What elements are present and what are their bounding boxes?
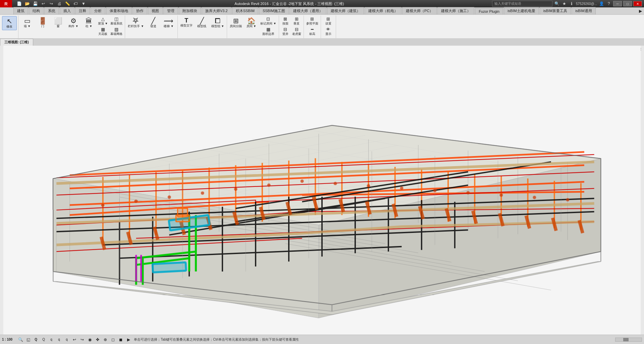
model-group-btn[interactable]: ⧠ 模型组 ▼ — [210, 16, 225, 30]
status-q1-btn[interactable]: Q — [33, 336, 39, 343]
win-maximize[interactable]: □ — [623, 1, 632, 6]
status-frame-btn[interactable]: ◱ — [25, 336, 32, 343]
curtain-grid-btn[interactable]: ▧ 幕墙网格 — [109, 27, 123, 37]
qa-tag[interactable]: 🏷 — [72, 1, 78, 7]
help-icon-btn[interactable]: ? — [606, 1, 612, 7]
status-play-btn[interactable]: ▶ — [125, 336, 132, 343]
status-box-btn[interactable]: ◻ — [110, 336, 116, 343]
railing-btn[interactable]: ⛧ 栏杆扶手 ▼ — [126, 16, 145, 30]
component-btn[interactable]: ⚙ 构件 ▼ — [66, 16, 81, 30]
title-left: 📄 📂 💾 ↩ ↪ 🖨 📏 🏷 ▼ — [2, 1, 87, 7]
ceiling-btn[interactable]: ▦ 天花板 — [97, 27, 109, 37]
tab-fenxi[interactable]: 分析 — [91, 7, 105, 14]
viewport[interactable]: 三维视图: (三维) ─ □ ✕ 上 左 正 N — [0, 38, 644, 335]
tab-jianmo-pc[interactable]: 建模大师（PC） — [402, 7, 437, 14]
status-q2-btn[interactable]: Q — [40, 336, 47, 343]
star-btn[interactable]: ★ — [561, 1, 567, 7]
search-box-inline[interactable]: 输入关键字或短语 — [492, 1, 552, 7]
show-workplane-icon: 👁 — [326, 27, 330, 32]
status-icons: 🔍 ◱ Q Q q q q ↩ ↪ ◉ ✤ ⊕ ◻ ◼ ▶ — [17, 336, 132, 343]
tab-fujia[interactable]: 附加模块 — [179, 7, 201, 14]
modify-tool-btn[interactable]: ↖ 修改 — [2, 16, 17, 30]
ramp-icon: ╱ — [151, 17, 155, 24]
ref-plane-btn[interactable]: ⊞ 参照平面 — [305, 16, 319, 26]
opening-dormer-btn[interactable]: ⊟ 老虎窗 — [291, 27, 302, 37]
tab-ssbim[interactable]: SSBIM施工图 — [259, 7, 289, 14]
status-crosshair-btn[interactable]: ✤ — [94, 336, 101, 343]
tab-jumu[interactable]: 积木SSBIM — [232, 7, 258, 14]
tab-expand[interactable]: ▶ — [637, 8, 644, 14]
win-close[interactable]: ✕ — [633, 1, 642, 6]
level-btn[interactable]: ━ 标高 — [305, 27, 319, 37]
opening-shaft-btn[interactable]: ⊟ 竖井 — [280, 27, 290, 37]
status-q5-btn[interactable]: q — [63, 336, 70, 343]
room-separator-btn[interactable]: ⊞ 房间分隔 — [228, 16, 243, 30]
info-btn[interactable]: ℹ — [569, 1, 575, 7]
model-text-btn[interactable]: T 模型文字 — [179, 16, 194, 29]
tab-jianmo-jidian[interactable]: 建模大师（机电） — [365, 7, 401, 14]
status-plus-btn[interactable]: ⊕ — [102, 336, 109, 343]
wall-btn[interactable]: ▭ 墙 ▼ — [20, 16, 35, 30]
win-minimize[interactable]: ─ — [613, 1, 622, 6]
tab-isbim-tuliang[interactable]: isBIM土建机电量 — [504, 7, 539, 14]
door-btn[interactable]: 🚪 门 — [35, 16, 50, 30]
area-boundary-btn[interactable]: ▦ 面积边界 — [259, 27, 277, 37]
qa-undo[interactable]: ↩ — [40, 1, 46, 7]
status-q4-btn[interactable]: q — [56, 336, 62, 343]
tab-hezuo[interactable]: 协作 — [132, 7, 147, 14]
status-filled-btn[interactable]: ◼ — [117, 336, 124, 343]
tab-isbim-suanliang[interactable]: isBIM算量工具 — [540, 7, 571, 14]
qa-print[interactable]: 🖨 — [56, 1, 62, 7]
ref-plane-icon: ⊞ — [310, 16, 314, 21]
roof-icon: △ — [101, 16, 105, 21]
qa-more[interactable]: ▼ — [80, 1, 87, 7]
show-workplane-btn[interactable]: 👁 显示 — [323, 27, 334, 37]
tab-guanli[interactable]: 管理 — [163, 7, 178, 14]
revit-logo[interactable]: R — [0, 0, 12, 7]
area-boundary-icon: ▦ — [266, 27, 270, 32]
tab-isbim-tongyong[interactable]: isBIM通用 — [572, 7, 596, 14]
set-workplane-btn[interactable]: ⊞ 设置 — [323, 16, 334, 26]
tab-tiliang[interactable]: 体量和场地 — [106, 7, 132, 14]
tag-room-btn[interactable]: ⊡ 标记房间 ▼ — [259, 16, 277, 26]
tab-fuzor[interactable]: Fuzor Plugin — [475, 8, 503, 14]
tab-charu[interactable]: 插入 — [60, 7, 74, 14]
status-undo-status-btn[interactable]: ↩ — [71, 336, 78, 343]
status-q3-btn[interactable]: q — [48, 336, 55, 343]
svg-point-135 — [367, 184, 370, 188]
tab-xitong[interactable]: 系统 — [44, 7, 59, 14]
tab-shitu[interactable]: 视图 — [148, 7, 163, 14]
status-scrollbar[interactable] — [615, 338, 642, 342]
help-btn[interactable]: 🔍 — [554, 1, 560, 7]
curtain-system-btn[interactable]: ◫ 幕墙系统 — [109, 16, 123, 26]
tab-zhushi[interactable]: 注释 — [75, 7, 90, 14]
tab-jianmo-shigong[interactable]: 建模大师（施工） — [437, 7, 474, 14]
roof-btn[interactable]: △ 屋顶 ▼ — [97, 16, 109, 26]
status-zoom-btn[interactable]: 🔍 — [17, 336, 24, 343]
svg-point-132 — [267, 184, 271, 187]
view-tab-3d[interactable]: 三维视图: (三维) — [0, 39, 33, 46]
status-circle-btn[interactable]: ◉ — [87, 336, 93, 343]
ramp-btn[interactable]: ╱ 坡道 — [146, 16, 161, 30]
stair-btn[interactable]: ⟿ 楼梯 ▼ — [161, 16, 176, 30]
model-line-btn[interactable]: ╱ 模型线 — [195, 16, 209, 30]
qa-measure[interactable]: 📏 — [64, 1, 70, 7]
tag-room-icon: ⊡ — [266, 16, 270, 21]
opening-face-btn[interactable]: ⊠ 按面 — [280, 16, 290, 26]
column-icon: 🏛 — [86, 17, 92, 24]
sign-in-btn[interactable]: 👤 — [598, 1, 604, 7]
opening-vertical-btn[interactable]: ⊞ 垂直 — [291, 16, 302, 26]
tab-zuku[interactable]: 族库大师V3.2 — [202, 7, 231, 14]
qa-open[interactable]: 📂 — [24, 1, 30, 7]
room-btn[interactable]: 🏠 房间 ▼ — [244, 16, 259, 30]
status-redo-status-btn[interactable]: ↪ — [79, 336, 86, 343]
window-btn[interactable]: ⬜ 窗 — [51, 16, 65, 30]
qa-new[interactable]: 📄 — [16, 1, 22, 7]
column-btn[interactable]: 🏛 柱 ▼ — [82, 16, 96, 30]
tab-jianmo-tongyong[interactable]: 建模大师（通用） — [289, 7, 326, 14]
tab-jianzhu[interactable]: 建筑 — [13, 7, 28, 14]
qa-save[interactable]: 💾 — [32, 1, 38, 7]
tab-jiegou[interactable]: 结构 — [29, 7, 44, 14]
tab-jianmo-jianzhu[interactable]: 建模大师（建筑） — [327, 7, 364, 14]
qa-redo[interactable]: ↪ — [48, 1, 54, 7]
